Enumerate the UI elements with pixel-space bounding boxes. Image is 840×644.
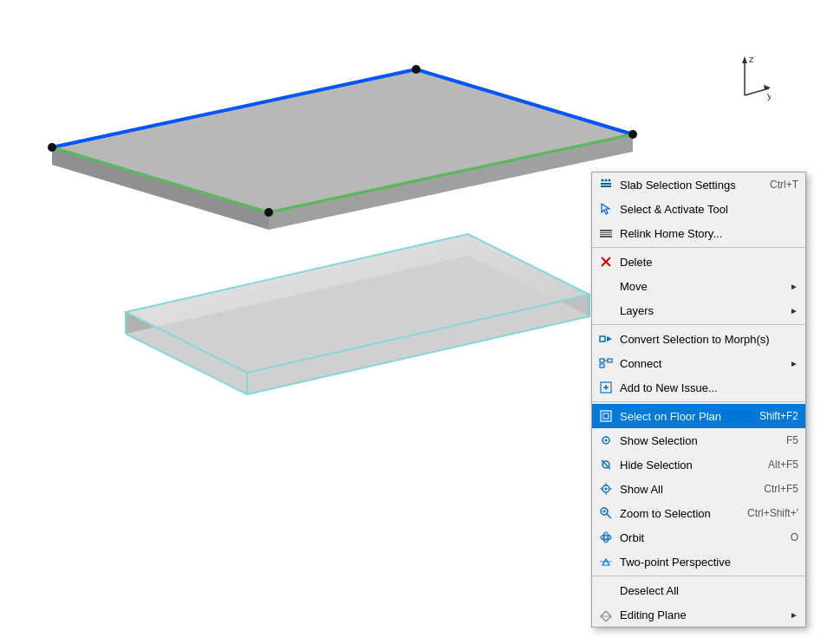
select-activate-label: Select & Activate Tool (620, 203, 798, 216)
delete-label: Delete (620, 256, 798, 269)
add-issue-icon (597, 379, 615, 396)
slab-selection-settings-label: Slab Selection Settings (620, 179, 761, 192)
menu-item-layers[interactable]: Layers ► (592, 298, 805, 322)
menu-item-two-point-perspective[interactable]: Two-point Perspective (592, 550, 805, 574)
show-selection-label: Show Selection (620, 434, 778, 447)
connect-submenu-arrow: ► (790, 359, 798, 368)
move-submenu-arrow: ► (790, 282, 798, 291)
editing-plane-label: Editing Plane (620, 608, 786, 621)
menu-item-zoom-to-selection[interactable]: Zoom to Selection Ctrl+Shift+' (592, 501, 805, 525)
svg-marker-0 (52, 69, 633, 212)
editing-plane-icon (597, 606, 615, 623)
menu-item-add-to-new-issue[interactable]: Add to New Issue... (592, 375, 805, 400)
separator-1 (592, 247, 805, 248)
menu-item-deselect-all[interactable]: Deselect All (592, 578, 805, 602)
deselect-all-icon (597, 582, 615, 599)
svg-rect-33 (600, 232, 612, 233)
menu-item-orbit[interactable]: Orbit O (592, 525, 805, 550)
two-point-icon (597, 553, 615, 570)
convert-icon (597, 330, 615, 348)
show-all-icon (597, 480, 615, 498)
svg-rect-38 (600, 336, 605, 342)
relink-icon (597, 224, 615, 242)
svg-point-9 (412, 65, 420, 74)
svg-rect-26 (601, 183, 611, 185)
layers-submenu-arrow: ► (790, 306, 798, 315)
svg-marker-66 (602, 559, 609, 565)
menu-item-connect[interactable]: Connect ► (592, 351, 805, 375)
floor-plan-icon (597, 407, 615, 425)
slab-settings-icon (597, 176, 615, 193)
menu-item-select-activate-tool[interactable]: Select & Activate Tool (592, 197, 805, 221)
svg-point-54 (605, 488, 608, 491)
svg-marker-31 (602, 204, 609, 214)
zoom-to-selection-shortcut: Ctrl+Shift+' (747, 507, 798, 519)
slab-selection-settings-shortcut: Ctrl+T (770, 179, 798, 191)
separator-2 (592, 324, 805, 325)
menu-item-hide-selection[interactable]: Hide Selection Alt+F5 (592, 452, 805, 477)
svg-rect-48 (603, 413, 609, 419)
menu-item-move[interactable]: Move ► (592, 274, 805, 298)
menu-item-select-on-floor-plan[interactable]: Select on Floor Plan Shift+F2 (592, 404, 805, 428)
svg-rect-47 (601, 411, 611, 421)
hide-selection-shortcut: Alt+F5 (768, 459, 798, 471)
relink-home-story-label: Relink Home Story... (620, 227, 798, 240)
convert-selection-label: Convert Selection to Morph(s) (620, 333, 798, 346)
svg-point-65 (604, 536, 608, 539)
svg-point-29 (605, 179, 608, 182)
svg-marker-23 (742, 56, 747, 63)
svg-point-28 (602, 179, 604, 182)
svg-point-11 (264, 208, 273, 217)
zoom-to-selection-label: Zoom to Selection (620, 507, 739, 520)
svg-rect-35 (600, 236, 612, 237)
svg-rect-34 (600, 234, 612, 235)
svg-point-10 (628, 130, 637, 139)
axis-indicator: z y (719, 52, 771, 104)
menu-item-show-all[interactable]: Show All Ctrl+F5 (592, 477, 805, 501)
svg-point-50 (605, 439, 608, 442)
z-axis-label: z (749, 54, 754, 64)
zoom-icon (597, 504, 615, 522)
svg-rect-32 (600, 230, 612, 231)
deselect-all-label: Deselect All (620, 584, 798, 597)
show-all-label: Show All (620, 483, 755, 496)
svg-rect-40 (600, 359, 604, 362)
svg-rect-42 (600, 364, 604, 368)
canvas-area: z y Slab Selection Settings Ctrl+T (0, 0, 840, 644)
layers-icon (597, 302, 615, 319)
svg-rect-27 (601, 185, 611, 187)
hide-selection-label: Hide Selection (620, 459, 759, 472)
show-selection-icon (597, 432, 615, 449)
move-label: Move (620, 280, 786, 293)
svg-marker-39 (607, 336, 612, 342)
orbit-icon (597, 529, 615, 546)
select-on-floor-plan-label: Select on Floor Plan (620, 410, 751, 423)
separator-3 (592, 401, 805, 402)
orbit-shortcut: O (791, 531, 798, 543)
orbit-label: Orbit (620, 531, 782, 544)
hide-selection-icon (597, 456, 615, 473)
delete-icon (597, 253, 615, 270)
svg-line-60 (607, 514, 611, 518)
two-point-perspective-label: Two-point Perspective (620, 556, 798, 569)
show-selection-shortcut: F5 (786, 434, 798, 446)
move-icon (597, 277, 615, 295)
add-to-new-issue-label: Add to New Issue... (620, 381, 798, 394)
context-menu: Slab Selection Settings Ctrl+T Select & … (591, 172, 806, 628)
menu-item-delete[interactable]: Delete (592, 250, 805, 274)
y-axis-label: y (767, 90, 771, 101)
menu-item-convert-selection[interactable]: Convert Selection to Morph(s) (592, 327, 805, 351)
show-all-shortcut: Ctrl+F5 (764, 483, 798, 495)
separator-4 (592, 576, 805, 576)
menu-item-relink-home-story[interactable]: Relink Home Story... (592, 221, 805, 245)
menu-item-editing-plane[interactable]: Editing Plane ► (592, 602, 805, 627)
connect-icon (597, 355, 615, 372)
menu-item-slab-selection-settings[interactable]: Slab Selection Settings Ctrl+T (592, 172, 805, 197)
editing-plane-submenu-arrow: ► (790, 610, 798, 620)
menu-item-show-selection[interactable]: Show Selection F5 (592, 428, 805, 452)
svg-point-30 (609, 179, 611, 182)
select-activate-icon (597, 200, 615, 218)
connect-label: Connect (620, 357, 786, 370)
svg-rect-41 (608, 359, 612, 362)
select-on-floor-plan-shortcut: Shift+F2 (759, 410, 798, 422)
